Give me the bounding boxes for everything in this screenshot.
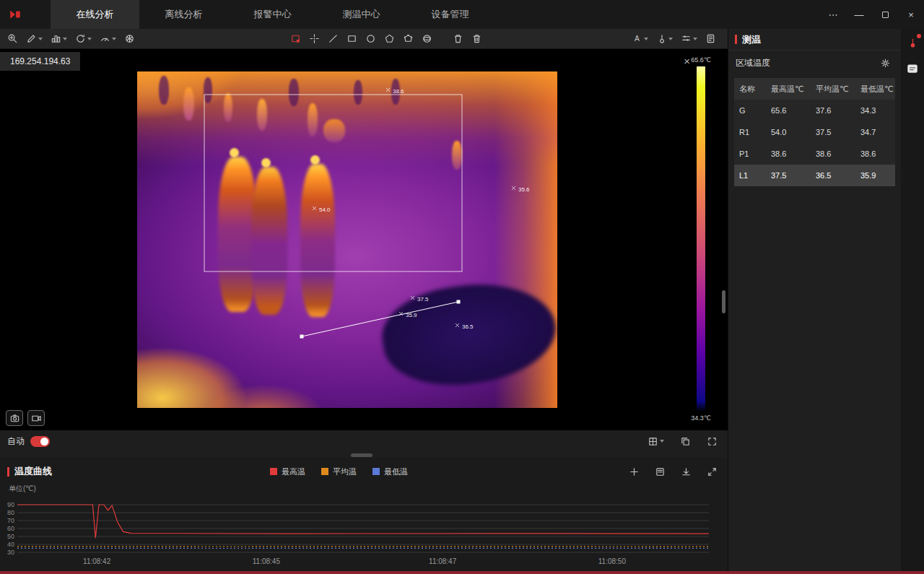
- data-panel-button[interactable]: [652, 464, 668, 479]
- freeform-tool-button[interactable]: [400, 31, 417, 46]
- workspace: A 169.254.194.63 ×: [0, 29, 924, 574]
- add-curve-button[interactable]: [626, 464, 642, 479]
- viewer-close-button[interactable]: ×: [684, 55, 690, 67]
- legend-swatch: [372, 468, 380, 475]
- panel-header: 测温: [728, 29, 901, 51]
- text-tool-button[interactable]: A: [629, 31, 651, 46]
- grid-layout-button[interactable]: [645, 434, 667, 449]
- thermometer-icon: [656, 33, 667, 44]
- rotate-tool-button[interactable]: [72, 31, 95, 46]
- cell-name: G: [734, 106, 766, 115]
- gear-icon: [880, 58, 891, 69]
- camera-icon: [9, 413, 20, 424]
- app-window: 在线分析离线分析报警中心测温中心设备管理 ⋯ — ×: [0, 0, 924, 574]
- rotate-icon: [75, 33, 86, 44]
- point-tool-icon: [309, 33, 320, 44]
- copy-icon: [680, 436, 691, 447]
- table-row-P1[interactable]: P138.638.638.6: [734, 143, 895, 165]
- more-menu-button[interactable]: ⋯: [820, 0, 846, 29]
- legend-label: 最高温: [282, 466, 305, 477]
- cell-name: P1: [734, 149, 766, 158]
- table-header-cell: 最低温℃: [855, 84, 896, 95]
- svg-text:35.9: 35.9: [406, 312, 417, 318]
- zoom-tool-button[interactable]: [4, 31, 21, 46]
- section-title: 区域温度: [736, 57, 770, 69]
- thermal-image[interactable]: 35.937.536.554.035.638.6: [137, 71, 557, 408]
- table-header-cell: 最高温℃: [766, 84, 811, 95]
- table-row-L1[interactable]: L137.536.535.9: [734, 165, 895, 186]
- circle-tool-button[interactable]: [362, 31, 379, 46]
- palette-tool-button[interactable]: [121, 31, 138, 46]
- temperature-chart: 9080706050403011:08:4211:08:4511:08:4711…: [0, 494, 728, 568]
- cell-value: 38.6: [811, 149, 855, 158]
- report-button[interactable]: [702, 31, 719, 46]
- chevron-down-icon: [660, 440, 664, 443]
- sliders-icon: [681, 33, 692, 44]
- expand-chart-button[interactable]: [704, 464, 720, 479]
- export-button[interactable]: [678, 464, 694, 479]
- roi-capture-icon: [290, 33, 301, 44]
- cell-value: 65.6: [766, 106, 811, 115]
- maximize-button[interactable]: [872, 0, 898, 29]
- chart-title: 温度曲线: [14, 465, 52, 478]
- line-tool-button[interactable]: [325, 31, 341, 46]
- svg-text:54.0: 54.0: [319, 206, 331, 213]
- tab-4[interactable]: 测温中心: [317, 0, 406, 29]
- circle-tool-icon: [365, 33, 376, 44]
- svg-text:11:08:42: 11:08:42: [83, 557, 111, 565]
- polygon-tool-button[interactable]: [381, 31, 398, 46]
- layers-tool-button[interactable]: [48, 31, 70, 46]
- auto-toggle[interactable]: [30, 436, 50, 447]
- cell-value: 37.5: [766, 171, 811, 180]
- snapshot-library-button[interactable]: [904, 60, 921, 77]
- record-button[interactable]: [27, 410, 45, 426]
- chevron-down-icon: [63, 38, 67, 40]
- legend-label: 最低温: [384, 466, 408, 477]
- delete-tool-button[interactable]: [450, 31, 466, 46]
- fullscreen-button[interactable]: [704, 434, 720, 449]
- chevron-down-icon: [644, 38, 648, 40]
- region-settings-button[interactable]: [877, 56, 894, 71]
- svg-text:11:08:47: 11:08:47: [429, 557, 457, 565]
- sphere-tool-button[interactable]: [419, 31, 435, 46]
- scale-max-label: 65.6℃: [691, 55, 711, 65]
- measurement-panel: 测温 区域温度 名称最高温℃平均温℃最低温℃ G65.637.634.3R154…: [728, 29, 901, 574]
- point-tool-button[interactable]: [306, 31, 323, 46]
- thermometer-tool-button[interactable]: [653, 31, 676, 46]
- tab-2[interactable]: 离线分析: [139, 0, 228, 29]
- splitter-handle[interactable]: [351, 453, 372, 457]
- document-icon: [705, 33, 716, 44]
- maximize-icon: [882, 12, 889, 18]
- snapshot-button[interactable]: [6, 410, 23, 426]
- cell-value: 36.5: [811, 171, 855, 180]
- edit-tool-button[interactable]: [23, 31, 45, 46]
- close-button[interactable]: ×: [898, 0, 924, 29]
- gain-tool-button[interactable]: [97, 31, 119, 46]
- roi-capture-button[interactable]: [287, 31, 304, 46]
- minimize-button[interactable]: —: [846, 0, 872, 29]
- copy-view-button[interactable]: [677, 434, 694, 449]
- app-logo: [0, 0, 51, 29]
- legend-item: 平均温: [321, 466, 357, 477]
- tab-3[interactable]: 报警中心: [228, 0, 317, 29]
- table-row-G[interactable]: G65.637.634.3: [734, 100, 895, 121]
- measure-settings-button[interactable]: [678, 31, 700, 46]
- table-header-cell: 平均温℃: [811, 84, 855, 95]
- region-temperature-section: 区域温度: [728, 51, 901, 75]
- table-row-R1[interactable]: R154.037.534.7: [734, 121, 895, 143]
- tab-1[interactable]: 在线分析: [51, 0, 139, 29]
- tab-5[interactable]: 设备管理: [406, 0, 494, 29]
- palette-gradient: [697, 66, 705, 412]
- clear-all-tool-button[interactable]: [468, 31, 485, 46]
- auto-row: 自动: [0, 430, 728, 452]
- legend-label: 平均温: [333, 466, 357, 477]
- chart-section: 温度曲线 最高温平均温最低温 单位(℃) 9080706050403011:08…: [0, 458, 728, 574]
- chevron-down-icon: [38, 38, 43, 40]
- polyline-nodes-icon: [403, 33, 414, 44]
- legend-item: 最高温: [270, 466, 305, 477]
- panel-resize-handle[interactable]: [722, 290, 725, 313]
- measure-mode-button[interactable]: [904, 34, 921, 51]
- rect-tool-button[interactable]: [344, 31, 360, 46]
- cell-name: L1: [734, 171, 766, 180]
- svg-text:90: 90: [7, 501, 14, 508]
